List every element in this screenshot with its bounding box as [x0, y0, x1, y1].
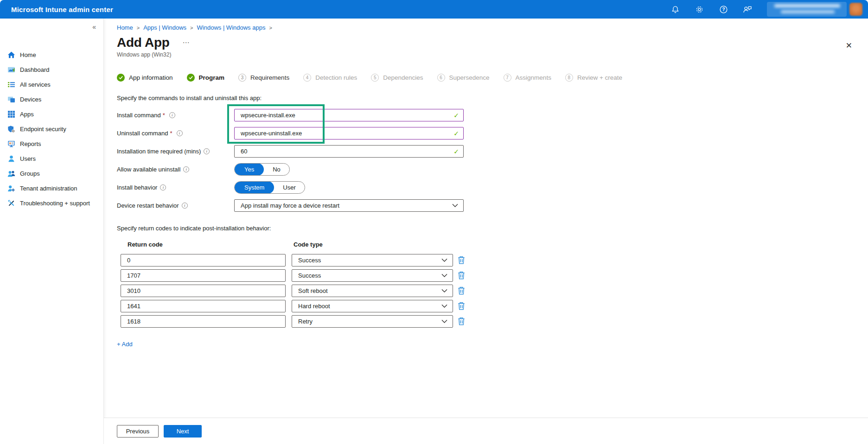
return-code-field-wrap: [121, 300, 286, 312]
chevron-down-icon: [441, 273, 447, 278]
delete-row-icon[interactable]: [457, 271, 466, 281]
code-type-dropdown[interactable]: Hard reboot: [292, 300, 453, 312]
return-code-input[interactable]: [127, 318, 281, 325]
add-return-code-button[interactable]: + Add: [117, 341, 133, 348]
step-label: App information: [129, 74, 173, 81]
sidebar-item-endpoint-security[interactable]: Endpoint security: [0, 121, 103, 136]
page-subtitle: Windows app (Win32): [117, 51, 868, 58]
info-icon[interactable]: i: [177, 130, 183, 136]
return-code-input[interactable]: [127, 287, 281, 294]
install-time-input[interactable]: [241, 148, 450, 155]
step-assignments: 7 Assignments: [504, 74, 551, 82]
allow-uninstall-yes[interactable]: Yes: [235, 163, 264, 176]
code-type-dropdown[interactable]: Retry: [292, 315, 453, 328]
help-icon[interactable]: ?: [718, 4, 728, 14]
step-label: Supersedence: [449, 74, 490, 81]
feedback-icon[interactable]: [742, 4, 753, 14]
install-command-input[interactable]: [241, 112, 450, 119]
code-type-value: Soft reboot: [298, 287, 328, 294]
sidebar-item-users[interactable]: Users: [0, 151, 103, 166]
code-type-dropdown[interactable]: Success: [292, 269, 453, 282]
svg-text:?: ?: [722, 7, 725, 12]
sidebar-item-reports[interactable]: Reports: [0, 136, 103, 151]
install-behavior-label: Install behavior i: [117, 184, 234, 191]
step-complete-check-icon: [187, 74, 195, 82]
allow-uninstall-label: Allow available uninstall i: [117, 166, 234, 173]
return-code-input[interactable]: [127, 257, 281, 264]
reports-icon: [7, 140, 15, 148]
step-review-create: 8 Review + create: [565, 74, 622, 82]
code-type-dropdown[interactable]: Success: [292, 254, 453, 266]
install-command-field-wrap: ✓: [234, 109, 464, 121]
info-icon[interactable]: i: [182, 203, 188, 209]
avatar[interactable]: [849, 3, 862, 16]
sidebar-item-label: Home: [20, 51, 36, 58]
info-icon[interactable]: i: [183, 166, 189, 172]
next-button[interactable]: Next: [164, 425, 202, 438]
sidebar-item-dashboard[interactable]: Dashboard: [0, 62, 103, 77]
sidebar-item-tenant-administration[interactable]: Tenant administration: [0, 181, 103, 196]
step-dependencies: 5 Dependencies: [371, 74, 423, 82]
device-restart-value: App install may force a device restart: [241, 202, 339, 209]
table-row: Hard reboot: [121, 300, 868, 312]
delete-row-icon[interactable]: [457, 286, 466, 296]
return-codes-heading: Specify return codes to indicate post-in…: [117, 225, 868, 232]
previous-button[interactable]: Previous: [117, 425, 159, 438]
return-code-input[interactable]: [127, 303, 281, 310]
step-number: 3: [238, 74, 246, 82]
code-type-value: Retry: [298, 318, 313, 325]
return-code-input[interactable]: [127, 272, 281, 279]
breadcrumb-apps-windows[interactable]: Apps | Windows: [143, 24, 186, 31]
info-icon[interactable]: i: [160, 184, 166, 190]
apps-icon: [7, 110, 15, 118]
uninstall-command-field-wrap: ✓: [234, 127, 464, 140]
sidebar-item-home[interactable]: Home: [0, 47, 103, 62]
step-program[interactable]: Program: [187, 74, 225, 82]
delete-row-icon[interactable]: [457, 301, 466, 311]
sidebar-item-label: All services: [20, 81, 51, 88]
allow-uninstall-no[interactable]: No: [264, 163, 289, 176]
install-behavior-system[interactable]: System: [235, 181, 274, 194]
breadcrumb-windows-apps[interactable]: Windows | Windows apps: [197, 24, 266, 31]
wizard-footer: Previous Next: [104, 418, 868, 444]
uninstall-command-input[interactable]: [241, 130, 450, 137]
account-menu[interactable]: [767, 2, 862, 17]
page-title: Add App: [117, 35, 170, 50]
delete-row-icon[interactable]: [457, 255, 466, 266]
code-type-dropdown[interactable]: Soft reboot: [292, 285, 453, 297]
breadcrumb-separator: >: [269, 25, 272, 31]
install-behavior-user[interactable]: User: [274, 181, 304, 194]
step-label: Requirements: [250, 74, 289, 81]
code-type-column-header: Code type: [292, 241, 323, 248]
wizard-steps: App information Program 3 Requirements 4…: [117, 74, 868, 82]
device-restart-dropdown[interactable]: App install may force a device restart: [234, 199, 464, 212]
chevron-down-icon: [441, 319, 447, 323]
step-label: Program: [199, 74, 225, 81]
sidebar-item-all-services[interactable]: All services: [0, 77, 103, 92]
step-number: 8: [565, 74, 573, 82]
troubleshooting-icon: [7, 199, 15, 207]
breadcrumb-separator: >: [137, 25, 140, 31]
info-icon[interactable]: i: [169, 112, 175, 118]
main-content: Home > Apps | Windows > Windows | Window…: [104, 19, 868, 444]
step-number: 6: [437, 74, 445, 82]
code-type-value: Success: [298, 257, 321, 264]
step-app-information[interactable]: App information: [117, 74, 173, 82]
group-icon: [7, 170, 15, 178]
breadcrumb-home[interactable]: Home: [117, 24, 133, 31]
step-number: 5: [371, 74, 379, 82]
gear-icon[interactable]: [694, 4, 704, 14]
sidebar-item-apps[interactable]: Apps: [0, 107, 103, 121]
sidebar-item-troubleshooting[interactable]: Troubleshooting + support: [0, 196, 103, 210]
step-requirements[interactable]: 3 Requirements: [238, 74, 289, 82]
delete-row-icon[interactable]: [457, 317, 466, 327]
sidebar-collapse-icon[interactable]: «: [92, 23, 96, 31]
return-code-field-wrap: [121, 269, 286, 282]
sidebar-item-devices[interactable]: Devices: [0, 92, 103, 107]
bell-icon[interactable]: [670, 4, 680, 14]
more-options-icon[interactable]: ⋯: [183, 38, 191, 47]
step-supersedence: 6 Supersedence: [437, 74, 490, 82]
info-icon[interactable]: i: [204, 148, 210, 154]
close-icon[interactable]: ✕: [846, 41, 852, 51]
sidebar-item-groups[interactable]: Groups: [0, 166, 103, 181]
